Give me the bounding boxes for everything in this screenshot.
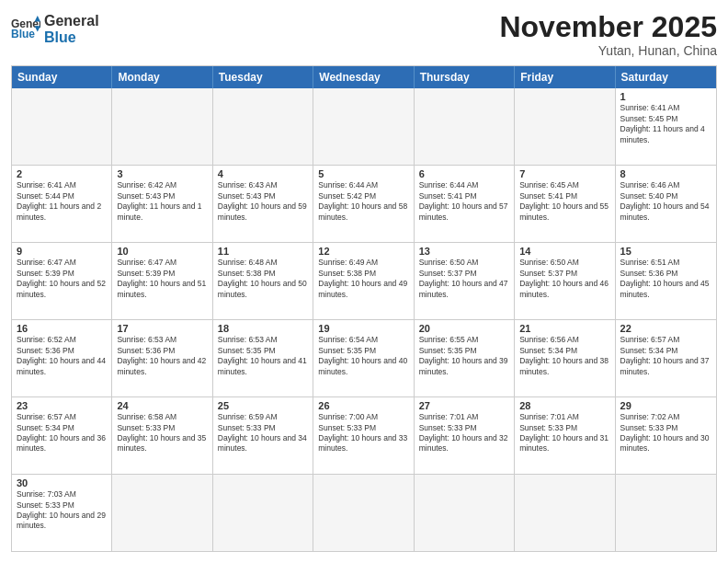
day-number: 28	[519, 400, 609, 411]
header: General Blue General Blue November 2025 …	[11, 11, 717, 58]
cell-info: Sunrise: 6:41 AM Sunset: 5:44 PM Dayligh…	[17, 180, 107, 223]
calendar-cell: 1Sunrise: 6:41 AM Sunset: 5:45 PM Daylig…	[616, 88, 716, 165]
calendar-cell: 22Sunrise: 6:57 AM Sunset: 5:34 PM Dayli…	[616, 320, 716, 396]
month-title: November 2025	[499, 11, 717, 43]
logo: General Blue General Blue	[11, 11, 99, 45]
calendar-header: SundayMondayTuesdayWednesdayThursdayFrid…	[12, 66, 716, 88]
calendar-cell	[112, 475, 212, 551]
day-number: 23	[17, 400, 107, 411]
calendar-cell: 11Sunrise: 6:48 AM Sunset: 5:38 PM Dayli…	[213, 243, 313, 319]
cell-info: Sunrise: 6:57 AM Sunset: 5:34 PM Dayligh…	[17, 412, 107, 454]
cell-info: Sunrise: 6:44 AM Sunset: 5:42 PM Dayligh…	[318, 180, 408, 223]
day-number: 1	[620, 91, 711, 102]
calendar-cell: 26Sunrise: 7:00 AM Sunset: 5:33 PM Dayli…	[313, 397, 414, 474]
day-number: 12	[318, 246, 408, 257]
cell-info: Sunrise: 6:41 AM Sunset: 5:45 PM Dayligh…	[620, 103, 711, 145]
calendar-cell: 16Sunrise: 6:52 AM Sunset: 5:36 PM Dayli…	[12, 320, 112, 396]
calendar-cell: 19Sunrise: 6:54 AM Sunset: 5:35 PM Dayli…	[313, 320, 414, 396]
day-number: 24	[117, 400, 207, 411]
calendar-row: 9Sunrise: 6:47 AM Sunset: 5:39 PM Daylig…	[12, 242, 716, 319]
day-number: 2	[17, 168, 107, 179]
logo-icon: General Blue	[11, 16, 40, 41]
calendar-cell	[616, 475, 716, 551]
calendar-row: 2Sunrise: 6:41 AM Sunset: 5:44 PM Daylig…	[12, 165, 716, 242]
calendar-cell: 27Sunrise: 7:01 AM Sunset: 5:33 PM Dayli…	[415, 397, 515, 474]
day-number: 15	[620, 246, 711, 257]
day-number: 20	[419, 323, 509, 334]
calendar-cell: 20Sunrise: 6:55 AM Sunset: 5:35 PM Dayli…	[415, 320, 515, 396]
calendar-cell	[415, 88, 515, 165]
calendar-cell: 15Sunrise: 6:51 AM Sunset: 5:36 PM Dayli…	[616, 243, 716, 319]
calendar-cell: 13Sunrise: 6:50 AM Sunset: 5:37 PM Dayli…	[415, 243, 515, 319]
logo-general: General	[44, 13, 99, 29]
cell-info: Sunrise: 7:01 AM Sunset: 5:33 PM Dayligh…	[419, 412, 509, 454]
calendar-cell: 29Sunrise: 7:02 AM Sunset: 5:33 PM Dayli…	[616, 397, 716, 474]
day-number: 3	[117, 168, 207, 179]
weekday-header: Friday	[515, 66, 615, 88]
weekday-header: Monday	[112, 66, 212, 88]
day-number: 19	[318, 323, 408, 334]
cell-info: Sunrise: 6:45 AM Sunset: 5:41 PM Dayligh…	[519, 180, 609, 223]
cell-info: Sunrise: 6:56 AM Sunset: 5:34 PM Dayligh…	[519, 335, 609, 377]
day-number: 18	[218, 323, 308, 334]
day-number: 17	[117, 323, 207, 334]
cell-info: Sunrise: 6:54 AM Sunset: 5:35 PM Dayligh…	[318, 335, 408, 377]
calendar-cell: 2Sunrise: 6:41 AM Sunset: 5:44 PM Daylig…	[12, 166, 112, 242]
calendar-row: 23Sunrise: 6:57 AM Sunset: 5:34 PM Dayli…	[12, 396, 716, 474]
day-number: 9	[17, 246, 107, 257]
calendar-cell: 21Sunrise: 6:56 AM Sunset: 5:34 PM Dayli…	[515, 320, 615, 396]
calendar-cell	[213, 475, 313, 551]
calendar-cell: 6Sunrise: 6:44 AM Sunset: 5:41 PM Daylig…	[415, 166, 515, 242]
day-number: 25	[218, 400, 308, 411]
day-number: 16	[17, 323, 107, 334]
cell-info: Sunrise: 6:53 AM Sunset: 5:36 PM Dayligh…	[117, 335, 207, 377]
calendar-cell	[313, 475, 414, 551]
cell-info: Sunrise: 6:52 AM Sunset: 5:36 PM Dayligh…	[17, 335, 107, 377]
day-number: 7	[519, 168, 609, 179]
page: General Blue General Blue November 2025 …	[0, 0, 728, 563]
cell-info: Sunrise: 7:03 AM Sunset: 5:33 PM Dayligh…	[17, 489, 107, 532]
cell-info: Sunrise: 6:43 AM Sunset: 5:43 PM Dayligh…	[218, 180, 308, 223]
svg-text:Blue: Blue	[11, 28, 35, 40]
calendar-cell: 12Sunrise: 6:49 AM Sunset: 5:38 PM Dayli…	[313, 243, 414, 319]
cell-info: Sunrise: 6:49 AM Sunset: 5:38 PM Dayligh…	[318, 258, 408, 300]
logo-blue: Blue	[44, 29, 99, 46]
cell-info: Sunrise: 6:46 AM Sunset: 5:40 PM Dayligh…	[620, 180, 711, 223]
cell-info: Sunrise: 7:01 AM Sunset: 5:33 PM Dayligh…	[519, 412, 609, 454]
calendar-cell: 28Sunrise: 7:01 AM Sunset: 5:33 PM Dayli…	[515, 397, 615, 474]
calendar-cell: 18Sunrise: 6:53 AM Sunset: 5:35 PM Dayli…	[213, 320, 313, 396]
weekday-header: Thursday	[415, 66, 515, 88]
calendar-cell	[112, 88, 212, 165]
calendar-cell: 3Sunrise: 6:42 AM Sunset: 5:43 PM Daylig…	[112, 166, 212, 242]
calendar-cell	[213, 88, 313, 165]
calendar-body: 1Sunrise: 6:41 AM Sunset: 5:45 PM Daylig…	[12, 88, 716, 551]
calendar-cell: 24Sunrise: 6:58 AM Sunset: 5:33 PM Dayli…	[112, 397, 212, 474]
cell-info: Sunrise: 6:51 AM Sunset: 5:36 PM Dayligh…	[620, 258, 711, 300]
cell-info: Sunrise: 6:48 AM Sunset: 5:38 PM Dayligh…	[218, 258, 308, 300]
day-number: 6	[419, 168, 509, 179]
calendar-cell: 7Sunrise: 6:45 AM Sunset: 5:41 PM Daylig…	[515, 166, 615, 242]
day-number: 13	[419, 246, 509, 257]
cell-info: Sunrise: 6:50 AM Sunset: 5:37 PM Dayligh…	[419, 258, 509, 300]
cell-info: Sunrise: 6:42 AM Sunset: 5:43 PM Dayligh…	[117, 180, 207, 223]
location: Yutan, Hunan, China	[499, 43, 717, 58]
day-number: 10	[117, 246, 207, 257]
cell-info: Sunrise: 6:55 AM Sunset: 5:35 PM Dayligh…	[419, 335, 509, 377]
weekday-header: Wednesday	[313, 66, 414, 88]
day-number: 29	[620, 400, 711, 411]
cell-info: Sunrise: 6:59 AM Sunset: 5:33 PM Dayligh…	[218, 412, 308, 454]
calendar-cell: 4Sunrise: 6:43 AM Sunset: 5:43 PM Daylig…	[213, 166, 313, 242]
cell-info: Sunrise: 6:44 AM Sunset: 5:41 PM Dayligh…	[419, 180, 509, 223]
day-number: 27	[419, 400, 509, 411]
calendar-cell: 25Sunrise: 6:59 AM Sunset: 5:33 PM Dayli…	[213, 397, 313, 474]
weekday-header: Sunday	[12, 66, 112, 88]
day-number: 11	[218, 246, 308, 257]
calendar-cell: 5Sunrise: 6:44 AM Sunset: 5:42 PM Daylig…	[313, 166, 414, 242]
calendar-cell: 17Sunrise: 6:53 AM Sunset: 5:36 PM Dayli…	[112, 320, 212, 396]
day-number: 22	[620, 323, 711, 334]
calendar-cell	[515, 88, 615, 165]
day-number: 26	[318, 400, 408, 411]
calendar-cell	[313, 88, 414, 165]
weekday-header: Tuesday	[213, 66, 313, 88]
cell-info: Sunrise: 6:50 AM Sunset: 5:37 PM Dayligh…	[519, 258, 609, 300]
